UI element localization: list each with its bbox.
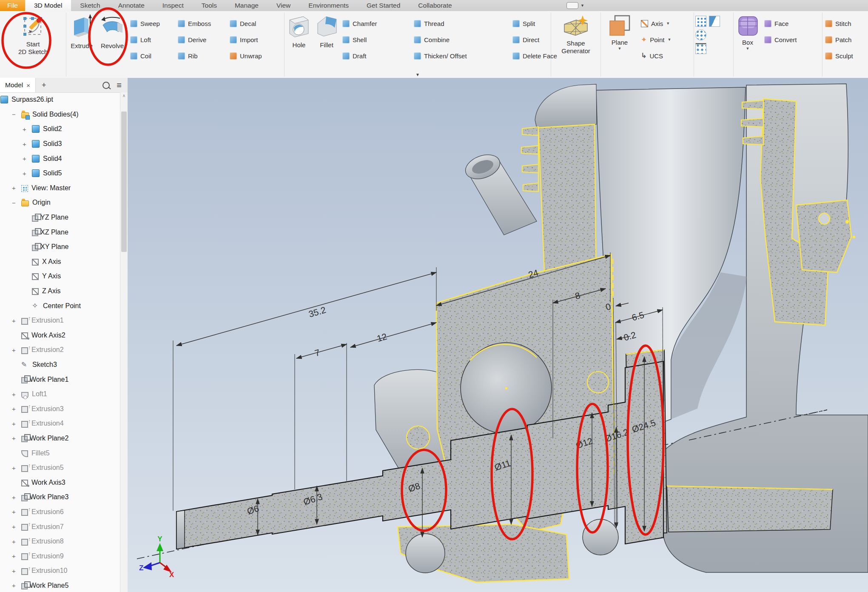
loft-button[interactable]: Loft xyxy=(128,31,175,48)
emboss-button[interactable]: Emboss xyxy=(175,15,227,31)
bearing-ball-right[interactable] xyxy=(587,372,609,393)
draft-button[interactable]: Draft xyxy=(340,48,411,64)
tree-item[interactable]: + Solid5 xyxy=(0,166,120,181)
tree-expander[interactable]: − xyxy=(11,111,21,118)
tree-expander[interactable]: + xyxy=(11,464,21,472)
tree-item[interactable]: + Extrusion8 xyxy=(0,534,120,549)
axis-button[interactable]: Axis▼ xyxy=(638,15,692,31)
menu-item[interactable]: Annotate xyxy=(109,0,154,11)
tree-expander[interactable]: + xyxy=(11,391,21,398)
bearing-ball-left[interactable] xyxy=(407,426,430,449)
patch-button[interactable]: Patch xyxy=(822,31,868,48)
viewport-3d[interactable]: 35.2 12 7 24 8 0 6.5 0.2 Ø6 Ø6.3 Ø8 Ø11 … xyxy=(128,78,868,592)
tree-item[interactable]: + Solid4 xyxy=(0,151,120,166)
face-button[interactable]: Face xyxy=(762,15,820,31)
tree-expander[interactable]: + xyxy=(22,140,32,148)
tree-expander[interactable]: + xyxy=(22,126,32,133)
scroll-up-icon[interactable]: ∧ xyxy=(120,92,128,100)
tree-item[interactable]: + Extrusion4 xyxy=(0,416,120,431)
menu-item[interactable]: 3D Model xyxy=(25,0,71,11)
fillet-button[interactable]: Fillet xyxy=(313,11,340,78)
tree-item[interactable]: Work Plane1 xyxy=(0,372,120,387)
tree-item[interactable]: XZ Plane xyxy=(0,225,120,240)
crank-web-right-section[interactable] xyxy=(667,486,833,532)
circular-pattern-icon[interactable] xyxy=(695,29,706,40)
tree-item[interactable]: + Extrusion1 xyxy=(0,313,120,328)
shell-button[interactable]: Shell xyxy=(340,31,411,48)
menu-item[interactable]: Tools xyxy=(193,0,226,11)
tree-item[interactable]: Y Axis xyxy=(0,269,120,284)
decal-button[interactable]: Decal xyxy=(227,15,282,31)
menu-item[interactable]: Collaborate xyxy=(409,0,461,11)
tree-expander[interactable]: + xyxy=(11,420,21,427)
start-2d-sketch-button[interactable]: Start 2D Sketch xyxy=(18,11,48,78)
tree-expander[interactable]: + xyxy=(11,346,21,354)
tree-item[interactable]: Z Axis xyxy=(0,284,120,299)
menu-item[interactable]: Sketch xyxy=(71,0,109,11)
tree-item[interactable]: Surpass26.ipt xyxy=(0,92,120,107)
tree-item[interactable]: + Work Plane5 xyxy=(0,578,120,592)
tree-item[interactable]: XY Plane xyxy=(0,240,120,255)
tree-item[interactable]: + Extrusion7 xyxy=(0,519,120,534)
coil-button[interactable]: Coil xyxy=(128,48,175,64)
shape-generator-button[interactable]: Shape Generator xyxy=(561,11,590,78)
tab-model[interactable]: Model × xyxy=(0,78,36,92)
tree-expander[interactable]: + xyxy=(11,567,21,575)
tree-item[interactable]: Sketch3 xyxy=(0,357,120,372)
tree-item[interactable]: + Extrusion3 xyxy=(0,401,120,416)
tree-expander[interactable]: + xyxy=(11,405,21,412)
cooling-fins-right[interactable] xyxy=(741,100,763,145)
tree-expander[interactable]: + xyxy=(22,170,32,177)
tree-expander[interactable]: + xyxy=(22,155,32,162)
hole-button[interactable]: Hole xyxy=(285,11,313,78)
combine-button[interactable]: Combine xyxy=(411,31,510,48)
tree-item[interactable]: + Extrusion2 xyxy=(0,343,120,357)
rectangular-pattern-icon[interactable] xyxy=(695,16,706,27)
tree-expander[interactable]: + xyxy=(11,508,21,515)
close-icon[interactable]: × xyxy=(26,82,30,89)
menu-item[interactable]: File xyxy=(0,0,25,11)
menu-item[interactable]: View xyxy=(268,0,299,11)
menu-item[interactable]: Inspect xyxy=(154,0,193,11)
point-button[interactable]: ✦Point▼ xyxy=(638,31,692,48)
tree-expander[interactable]: + xyxy=(11,184,21,192)
thicken-offset-button[interactable]: Thicken/ Offset xyxy=(411,48,510,64)
bearing-cup-left[interactable] xyxy=(406,534,445,573)
unwrap-button[interactable]: Unwrap xyxy=(227,48,282,64)
tree-item[interactable]: − Solid Bodies(4) xyxy=(0,107,120,122)
plane-caret-icon[interactable]: ▼ xyxy=(618,46,622,51)
tree-item[interactable]: Work Axis2 xyxy=(0,328,120,343)
tree-item[interactable]: X Axis xyxy=(0,255,120,269)
tree-item[interactable]: + Work Plane2 xyxy=(0,431,120,446)
box-caret-icon[interactable]: ▼ xyxy=(746,46,750,51)
menu-item[interactable]: Manage xyxy=(226,0,268,11)
ucs-button[interactable]: ↳UCS xyxy=(638,48,692,64)
box-button[interactable]: Box ▼ xyxy=(734,11,762,78)
tree-item[interactable]: + Solid2 xyxy=(0,122,120,137)
point-caret-icon[interactable]: ▼ xyxy=(667,37,671,42)
sweep-button[interactable]: Sweep xyxy=(128,15,175,31)
revolve-button[interactable]: Revolve xyxy=(97,11,128,78)
tree-item[interactable]: + Extrusion6 xyxy=(0,505,120,520)
chamfer-button[interactable]: Chamfer xyxy=(340,15,411,31)
plane-button[interactable]: Plane ▼ xyxy=(601,11,638,78)
thread-button[interactable]: Thread xyxy=(411,15,510,31)
tree-expander[interactable]: + xyxy=(11,552,21,560)
tree-item[interactable]: + Solid3 xyxy=(0,137,120,152)
rib-button[interactable]: Rib xyxy=(175,48,227,64)
menu-item[interactable]: Environments xyxy=(299,0,358,11)
tree-item[interactable]: + View: Master xyxy=(0,181,120,196)
convert-button[interactable]: Convert xyxy=(762,31,820,48)
menu-item[interactable]: Get Started xyxy=(358,0,409,11)
tree-expander[interactable]: + xyxy=(11,538,21,545)
stitch-button[interactable]: Stitch xyxy=(822,15,868,31)
scrollbar-thumb[interactable] xyxy=(121,112,127,252)
tree-item[interactable]: − Origin xyxy=(0,195,120,210)
tree-item[interactable]: YZ Plane xyxy=(0,210,120,225)
tree-item[interactable]: Work Axis3 xyxy=(0,475,120,490)
add-tab-button[interactable]: + xyxy=(36,78,52,92)
import-button[interactable]: Import xyxy=(227,31,282,48)
tree-item[interactable]: Fillet5 xyxy=(0,446,120,460)
tree-item[interactable]: + Loft1 xyxy=(0,387,120,402)
sketch-driven-pattern-icon[interactable] xyxy=(695,43,706,54)
